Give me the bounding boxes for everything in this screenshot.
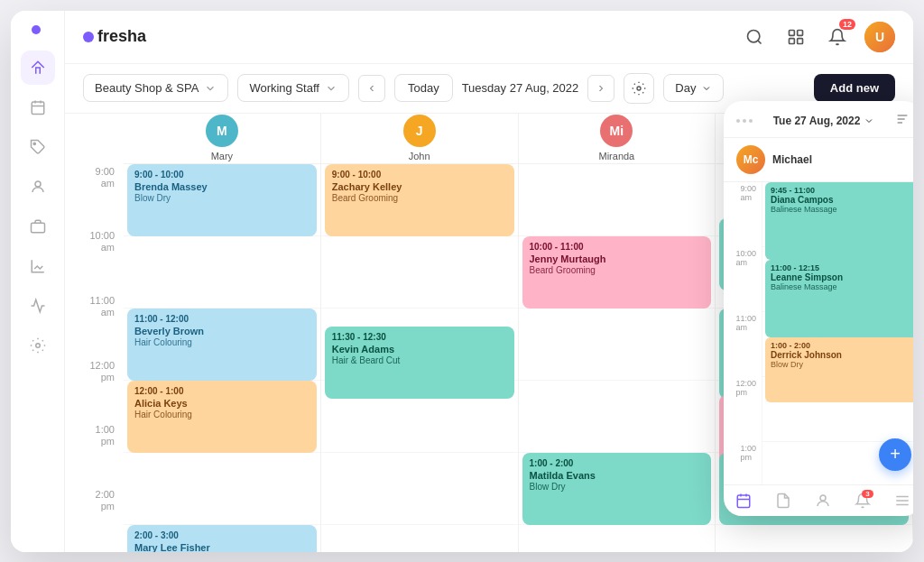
sidebar — [11, 11, 65, 552]
mobile-footer-clients[interactable] — [815, 493, 831, 509]
mobile-appt-service: Balinese Massage — [771, 205, 913, 214]
appointment[interactable]: 2:00 - 3:00 Mary Lee Fisher Hair Colouri… — [127, 525, 317, 552]
notifications-count: 12 — [839, 19, 855, 30]
staff-avatar-miranda: Mi — [600, 115, 633, 147]
mobile-footer-menu[interactable] — [894, 493, 910, 509]
appointment[interactable]: 1:00 - 2:00 Matilda Evans Blow Dry — [522, 453, 712, 525]
logo-dot — [32, 25, 41, 34]
mobile-appt-time: 9:45 - 11:00 — [771, 186, 913, 195]
grid-line — [716, 525, 912, 552]
time-label: 11:00am — [65, 293, 124, 358]
grid-col-1: 9:00 - 10:00 Zachary Kelley Beard Groomi… — [321, 164, 519, 552]
sidebar-item-calendar[interactable] — [21, 90, 55, 124]
notifications-button[interactable]: 12 — [823, 23, 852, 51]
sidebar-item-clients[interactable] — [21, 170, 55, 204]
appointment-time: 2:00 - 3:00 — [134, 530, 310, 540]
mobile-menu-dots[interactable] — [736, 119, 753, 123]
time-label: 10:00am — [65, 228, 124, 293]
appointment-name: Mary Lee Fisher — [134, 542, 310, 552]
sidebar-logo — [32, 25, 43, 34]
staff-name-miranda: Miranda — [599, 151, 635, 161]
appointment-service: Hair & Beard Cut — [332, 355, 507, 365]
grid-button[interactable] — [781, 23, 810, 51]
appointment-time: 10:00 - 11:00 — [530, 242, 705, 252]
appointment[interactable]: 9:00 - 10:00 Zachary Kelley Beard Groomi… — [325, 164, 514, 236]
next-day-button[interactable] — [587, 75, 614, 102]
today-button[interactable]: Today — [394, 74, 453, 102]
mobile-footer-notes[interactable] — [775, 493, 791, 509]
user-avatar[interactable]: U — [864, 22, 895, 52]
mobile-footer: 3 — [724, 484, 913, 516]
appointment-time: 9:00 - 10:00 — [332, 170, 507, 180]
mobile-fab-button[interactable]: + — [879, 438, 911, 471]
mobile-staff-name: Michael — [772, 153, 812, 166]
mobile-time-label: 12:00pm — [724, 377, 762, 442]
mobile-notifications-count: 3 — [862, 490, 873, 498]
staff-name-john: John — [409, 151, 430, 161]
mobile-footer-calendar[interactable] — [735, 493, 752, 509]
shop-dropdown[interactable]: Beauty Shop & SPA — [83, 74, 228, 102]
appointment-name: Matilda Evans — [530, 470, 705, 481]
mobile-appt-service: Balinese Massage — [771, 282, 913, 291]
appointment-service: Beard Grooming — [332, 193, 507, 203]
svg-point-5 — [35, 181, 41, 187]
mobile-footer-notifications[interactable]: 3 — [855, 493, 871, 509]
appointment-time: 11:30 - 12:30 — [332, 332, 507, 342]
appointment-time: 9:00 - 10:00 — [134, 170, 310, 180]
mobile-time-column: 9:00am10:00am11:00am12:00pm1:00pm2:00pm — [724, 182, 762, 484]
svg-point-8 — [748, 30, 760, 41]
sidebar-item-tags[interactable] — [21, 130, 55, 164]
grid-col-2: 10:00 - 11:00 Jenny Murtaugh Beard Groom… — [519, 164, 716, 552]
mobile-appointment[interactable]: 1:00 - 2:00 Derrick Johnson Blow Dry — [765, 337, 913, 402]
svg-point-4 — [33, 143, 35, 144]
grid-line — [321, 525, 518, 552]
svg-rect-6 — [31, 223, 44, 233]
mobile-appt-name: Leanne Simpson — [771, 272, 913, 282]
prev-day-button[interactable] — [358, 75, 385, 102]
appointment[interactable]: 11:30 - 12:30 Kevin Adams Hair & Beard C… — [325, 327, 514, 399]
staff-avatar-mary: M — [206, 115, 238, 147]
mobile-settings-button[interactable] — [895, 112, 910, 130]
view-dropdown[interactable]: Day — [663, 74, 724, 102]
appointment[interactable]: 12:00 - 1:00 Alicia Keys Hair Colouring — [127, 381, 317, 453]
appointment-name: Zachary Kelley — [332, 181, 507, 192]
add-new-button[interactable]: Add new — [814, 74, 895, 102]
appointment[interactable]: 10:00 - 11:00 Jenny Murtaugh Beard Groom… — [522, 236, 712, 309]
app-wrapper: fresha 12 U Beau — [11, 11, 913, 552]
appointment-name: Kevin Adams — [332, 344, 507, 355]
svg-rect-0 — [32, 102, 44, 115]
svg-point-22 — [820, 495, 826, 501]
grid-line — [124, 236, 320, 309]
time-label: 12:00pm — [65, 358, 124, 423]
svg-rect-13 — [798, 38, 803, 43]
appointment-name: Brenda Massey — [134, 181, 310, 192]
topnav-icons: 12 U — [740, 22, 895, 52]
appointment-time: 11:00 - 12:00 — [134, 314, 310, 324]
grid-line — [321, 236, 518, 309]
sidebar-item-products[interactable] — [21, 209, 55, 244]
mobile-appt-name: Diana Campos — [771, 195, 913, 205]
mobile-body: 9:00am10:00am11:00am12:00pm1:00pm2:00pm … — [724, 182, 913, 484]
mobile-appointment[interactable]: 9:45 - 11:00 Diana Campos Balinese Massa… — [765, 182, 913, 260]
grid-line — [124, 453, 320, 525]
current-date: Tuesday 27 Aug, 2022 — [462, 81, 579, 95]
appointment[interactable]: 11:00 - 12:00 Beverly Brown Hair Colouri… — [127, 309, 317, 381]
sidebar-item-marketing[interactable] — [21, 289, 55, 323]
svg-rect-10 — [790, 30, 795, 35]
topnav: fresha 12 U — [65, 11, 913, 64]
svg-point-7 — [35, 343, 40, 347]
appointment[interactable]: 9:00 - 10:00 Brenda Massey Blow Dry — [127, 164, 317, 236]
time-label: 2:00pm — [65, 487, 124, 552]
sidebar-item-reports[interactable] — [21, 249, 55, 283]
appointment-service: Hair Colouring — [134, 337, 310, 347]
mobile-appt-service: Blow Dry — [771, 360, 913, 369]
logo: fresha — [83, 27, 146, 46]
sidebar-item-home[interactable] — [21, 51, 55, 85]
mobile-appointment[interactable]: 11:00 - 12:15 Leanne Simpson Balinese Ma… — [765, 260, 913, 337]
grid-line — [519, 309, 716, 381]
staff-dropdown[interactable]: Working Staff — [237, 74, 349, 102]
sidebar-item-settings[interactable] — [21, 328, 55, 363]
search-button[interactable] — [740, 23, 769, 51]
calendar-settings-button[interactable] — [624, 73, 654, 104]
grid-line — [519, 381, 716, 453]
